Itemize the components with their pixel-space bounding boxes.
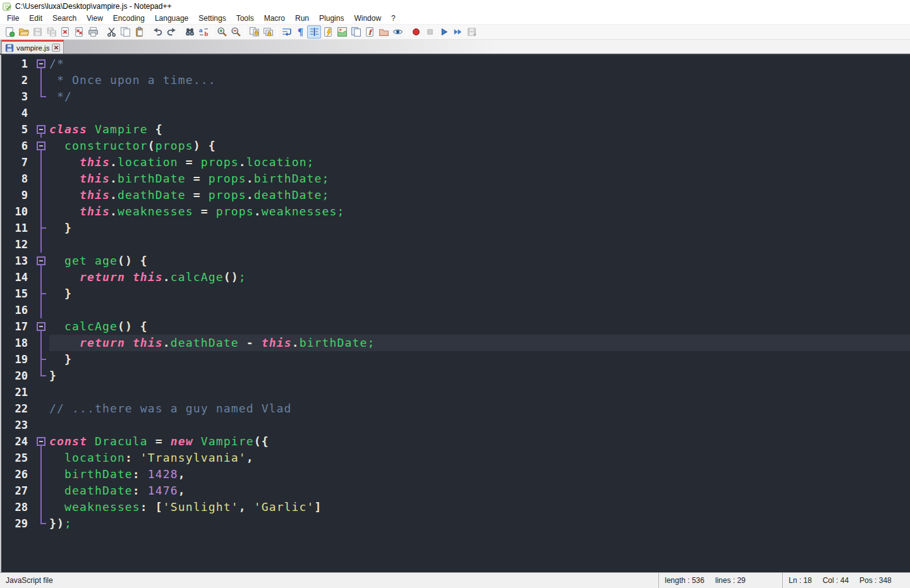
paste-icon[interactable] [132,25,146,39]
code-line: 18 return this.deathDate - this.birthDat… [1,335,910,351]
code-line: 2 * Once upon a time... [1,72,910,88]
menu-item-edit[interactable]: Edit [24,13,47,24]
monitoring-icon[interactable] [391,25,404,39]
document-map-icon[interactable] [335,25,349,39]
code-text [49,384,910,400]
line-number: 14 [1,269,33,285]
macro-play-icon[interactable] [437,25,451,39]
close-all-icon[interactable] [72,25,86,39]
code-text: get age() { [49,253,910,269]
fold-toggle-icon[interactable] [33,433,49,450]
code-line: 29}); [1,515,910,532]
fold-margin [33,368,49,384]
code-line: 7 this.location = props.location; [1,154,910,171]
menu-item-view[interactable]: View [82,13,108,24]
menu-item-run[interactable]: Run [290,13,314,24]
code-line: 24const Dracula = new Vampire({ [1,433,910,450]
cut-icon[interactable] [104,25,118,39]
status-doc-type: JavaScript file [0,573,658,588]
code-line: 6 constructor(props) { [1,138,910,154]
menu-item-encoding[interactable]: Encoding [108,13,150,24]
menu-item-plugins[interactable]: Plugins [314,13,349,24]
fold-margin [33,302,49,318]
sync-horizontal-icon[interactable] [261,25,275,39]
undo-icon[interactable] [150,25,164,39]
macro-run-multiple-icon[interactable] [451,25,464,39]
zoom-in-icon[interactable] [215,25,229,39]
fold-toggle-icon[interactable] [33,121,49,138]
code-text: */ [49,88,910,105]
doc-switcher-icon[interactable] [349,25,363,39]
toolbar: ab¶f [0,25,910,40]
menu-item-search[interactable]: Search [47,13,82,24]
line-number: 16 [1,302,33,318]
code-line: 14 return this.calcAge(); [1,269,910,285]
code-text: location: 'Transylvania', [49,450,910,466]
redo-icon[interactable] [164,25,178,39]
toolbar-separator [180,27,181,37]
zoom-out-icon[interactable] [229,25,243,39]
line-number: 19 [1,351,33,368]
fold-margin [33,88,49,105]
word-wrap-icon[interactable] [279,25,293,39]
code-editor[interactable]: 1/*2 * Once upon a time...3 */45class Va… [0,55,910,572]
new-file-icon[interactable] [3,25,16,39]
code-line: 20} [1,368,910,384]
line-number: 1 [1,56,33,72]
code-line: 17 calcAge() { [1,318,910,335]
menu-bar: FileEditSearchViewEncodingLanguageSettin… [0,13,910,25]
code-text: * Once upon a time... [49,72,910,88]
menu-item-settings[interactable]: Settings [193,13,231,24]
status-doc-stats: length : 536 lines : 29 [658,573,782,588]
fold-toggle-icon[interactable] [33,138,49,154]
macro-record-icon[interactable] [409,25,423,39]
menu-item-language[interactable]: Language [150,13,193,24]
svg-text:a: a [199,27,203,33]
open-file-icon[interactable] [16,25,30,39]
fold-toggle-icon[interactable] [33,253,49,269]
line-number: 4 [1,105,33,121]
menu-item-file[interactable]: File [2,13,24,24]
line-number: 3 [1,88,33,105]
sync-vertical-icon[interactable] [247,25,261,39]
fold-margin [33,203,49,220]
replace-icon[interactable]: ab [197,25,210,39]
menu-item-tools[interactable]: Tools [231,13,259,24]
code-line: 27 deathDate: 1476, [1,483,910,499]
print-icon[interactable] [86,25,100,39]
line-number: 9 [1,187,33,203]
line-number: 25 [1,450,33,466]
menu-item-macro[interactable]: Macro [259,13,290,24]
menu-item-help[interactable]: ? [386,13,401,24]
line-number: 11 [1,220,33,236]
code-line: 21 [1,384,910,400]
fold-toggle-icon[interactable] [33,318,49,335]
code-line: 10 this.weaknesses = props.weaknesses; [1,203,910,220]
code-text: constructor(props) { [49,138,910,154]
fold-margin [33,351,49,368]
line-number: 8 [1,171,33,187]
code-text: class Vampire { [49,121,910,138]
line-number: 2 [1,72,33,88]
show-all-chars-icon[interactable]: ¶ [293,25,307,39]
define-language-icon[interactable] [321,25,335,39]
notepadpp-app-icon [3,2,12,11]
code-text: deathDate: 1476, [49,483,910,499]
tab-vampire-js[interactable]: vampire.js ✕ [1,40,64,54]
indent-guide-icon[interactable] [307,25,321,39]
close-file-icon[interactable] [58,25,72,39]
copy-icon[interactable] [118,25,132,39]
fold-toggle-icon[interactable] [33,56,49,72]
fold-margin [33,285,49,302]
function-list-icon[interactable]: f [363,25,377,39]
fold-margin [33,269,49,285]
folder-workspace-icon[interactable] [377,25,391,39]
code-text: return this.deathDate - this.birthDate; [49,335,910,351]
tab-close-icon[interactable]: ✕ [52,44,60,52]
code-line: 5class Vampire { [1,121,910,138]
find-icon[interactable] [183,25,197,39]
code-line: 13 get age() { [1,253,910,269]
code-text: this.birthDate = props.birthDate; [49,171,910,187]
menu-item-window[interactable]: Window [349,13,386,24]
fold-margin [33,400,49,417]
